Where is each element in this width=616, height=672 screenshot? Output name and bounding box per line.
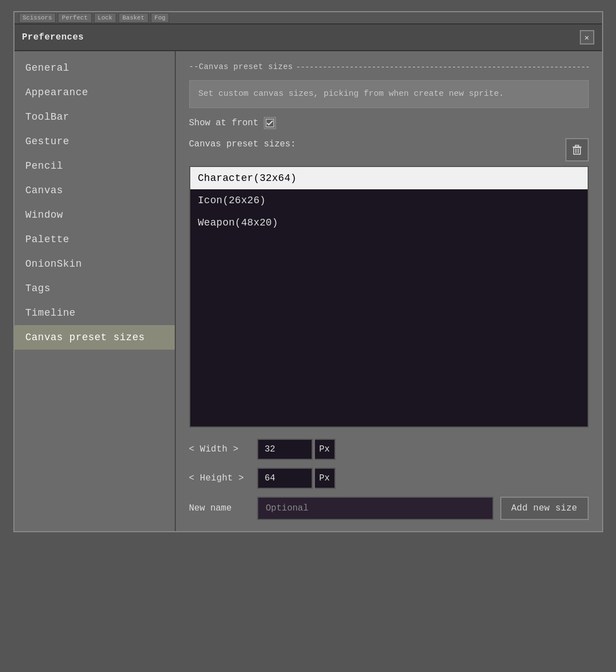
show-at-front-row: Show at front: [189, 117, 589, 129]
preset-item-character[interactable]: Character(32x64): [190, 167, 588, 189]
sidebar-item-canvas[interactable]: Canvas: [14, 178, 175, 203]
section-header: Canvas preset sizes: [189, 62, 589, 71]
preset-sizes-row: Canvas preset sizes:: [189, 138, 589, 161]
sidebar-item-tags[interactable]: Tags: [14, 276, 175, 301]
height-field-row: < Height > Px: [189, 468, 589, 489]
preset-list: Character(32x64) Icon(26x26) Weapon(48x2…: [189, 166, 589, 428]
checkmark-icon: [265, 119, 274, 127]
title-bar: Preferences ✕: [14, 24, 602, 51]
svg-rect-3: [575, 145, 579, 147]
new-name-input[interactable]: [257, 497, 494, 520]
main-content: General Appearance ToolBar Gesture Penci…: [14, 51, 602, 531]
close-button[interactable]: ✕: [580, 30, 594, 45]
width-input[interactable]: [257, 439, 313, 460]
sidebar-item-canvas-preset-sizes[interactable]: Canvas preset sizes: [14, 325, 175, 350]
svg-rect-1: [574, 148, 580, 154]
height-input[interactable]: [257, 468, 313, 489]
preset-item-weapon[interactable]: Weapon(48x20): [190, 212, 588, 234]
sidebar-item-general[interactable]: General: [14, 56, 175, 80]
sidebar-item-appearance[interactable]: Appearance: [14, 80, 175, 105]
width-label: < Width >: [189, 444, 250, 454]
toolbar-perfect[interactable]: Perfect: [58, 13, 91, 23]
preset-item-icon[interactable]: Icon(26x26): [190, 189, 588, 212]
toolbar-fog[interactable]: Fog: [151, 13, 170, 23]
sidebar-item-pencil[interactable]: Pencil: [14, 154, 175, 178]
height-label: < Height >: [189, 473, 250, 483]
window-title: Preferences: [22, 32, 84, 42]
sidebar-item-palette[interactable]: Palette: [14, 227, 175, 252]
toolbar-lock[interactable]: Lock: [94, 13, 116, 23]
width-px-label: Px: [315, 439, 336, 460]
preferences-window: Scissors Perfect Lock Basket Fog Prefere…: [13, 11, 603, 532]
sidebar-item-toolbar[interactable]: ToolBar: [14, 105, 175, 129]
sidebar-item-timeline[interactable]: Timeline: [14, 301, 175, 325]
height-px-label: Px: [315, 468, 336, 489]
show-at-front-checkbox[interactable]: [264, 117, 276, 129]
toolbar-scissors[interactable]: Scissors: [19, 13, 56, 23]
delete-preset-button[interactable]: [565, 138, 589, 161]
new-name-row: New name Add new size: [189, 497, 589, 520]
sidebar-item-onionskin[interactable]: OnionSkin: [14, 252, 175, 276]
new-name-label: New name: [189, 503, 250, 513]
add-new-size-button[interactable]: Add new size: [500, 497, 589, 520]
preset-sizes-label: Canvas preset sizes:: [189, 138, 296, 149]
content-area: Canvas preset sizes Set custom canvas si…: [176, 51, 602, 531]
sidebar-item-window[interactable]: Window: [14, 203, 175, 227]
width-input-group: Px: [257, 439, 336, 460]
description-box: Set custom canvas sizes, picking from wh…: [189, 80, 589, 108]
trash-icon: [571, 144, 583, 155]
top-toolbar: Scissors Perfect Lock Basket Fog: [14, 12, 602, 24]
sidebar-item-gesture[interactable]: Gesture: [14, 129, 175, 154]
width-field-row: < Width > Px: [189, 439, 589, 460]
height-input-group: Px: [257, 468, 336, 489]
toolbar-basket[interactable]: Basket: [119, 13, 149, 23]
sidebar: General Appearance ToolBar Gesture Penci…: [14, 51, 176, 531]
show-at-front-label: Show at front: [189, 118, 259, 128]
